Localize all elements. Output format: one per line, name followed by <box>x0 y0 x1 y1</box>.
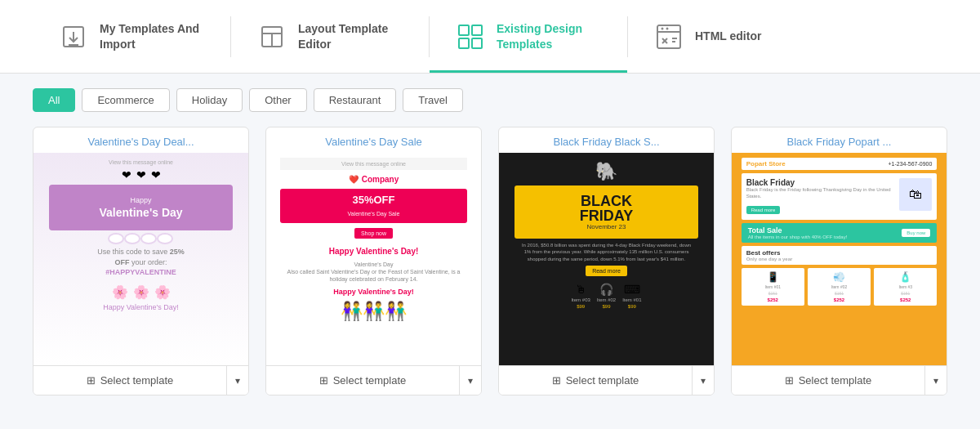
val1-banner-title: Valentine's Day <box>56 206 225 219</box>
val2-footer: Happy Valentine's Day! <box>333 288 414 296</box>
heart-icon-1: ❤ <box>122 168 131 181</box>
bf1-product-headphone: 🎧 Item #02 $99 <box>597 283 616 309</box>
val1-bottom-hearts: 🌸 🌸 🌸 <box>112 284 171 300</box>
val2-day-desc: Valentine's Day Also called Saint Valent… <box>282 261 465 283</box>
svg-rect-9 <box>472 38 482 48</box>
bf1-yellow-bg: BLACKFRIDAY November 23 <box>514 185 697 239</box>
preview-blackfriday1: 🐘 BLACKFRIDAY November 23 In 2016, $50.8… <box>499 153 714 365</box>
bf2-p3-price: $252 <box>900 297 911 302</box>
heart-icon-3: ❤ <box>151 168 161 181</box>
spray-icon: 🧴 <box>899 271 911 283</box>
select-template-label-1: Select template <box>333 374 407 387</box>
bf2-p2-old: $151 <box>835 291 844 296</box>
nav-item-existing-templates[interactable]: Existing Design Templates <box>430 0 627 73</box>
select-template-btn-3[interactable]: ⊞ Select template <box>732 366 925 395</box>
preview-valentine1: View this message online ❤ ❤ ❤ Happy Val… <box>33 153 248 365</box>
chevron-down-icon-3: ▾ <box>933 375 938 387</box>
bf2-product-2: 💨 Item #02 $151 $252 <box>808 268 871 306</box>
filter-holiday[interactable]: Holiday <box>176 88 243 112</box>
bf2-p3-name: Item #3 <box>898 284 912 289</box>
bf2-sale-title: Total Sale <box>748 226 848 235</box>
bf2-content-title: Black Friday <box>746 178 895 187</box>
select-dropdown-btn-1[interactable]: ▾ <box>460 366 481 395</box>
nav-item-my-templates[interactable]: My Templates And Import <box>33 0 230 73</box>
preview-blackfriday2: Popart Store +1-234-567-0900 Black Frida… <box>732 153 947 365</box>
html-icon <box>653 20 685 53</box>
select-template-btn-0[interactable]: ⊞ Select template <box>33 366 227 395</box>
bf2-store-name: Popart Store <box>746 160 786 168</box>
bf1-description: In 2016, $50.8 billion was spent during … <box>518 242 695 262</box>
chevron-down-icon-2: ▾ <box>701 375 706 387</box>
bf2-p3-old: $151 <box>901 291 910 296</box>
bf2-content: Black Friday Black Friday is the Friday … <box>742 173 938 220</box>
val2-shop-btn: Shop now <box>354 228 393 239</box>
bf2-phone: +1-234-567-0900 <box>888 161 932 167</box>
filter-travel[interactable]: Travel <box>403 88 463 112</box>
template-card-3: Black Friday Popart ... Popart Store +1-… <box>731 127 947 395</box>
template-preview-2: 🐘 BLACKFRIDAY November 23 In 2016, $50.8… <box>499 153 714 365</box>
bf2-p2-name: Item #02 <box>831 284 847 289</box>
nav-item-layout-editor[interactable]: Layout Template Editor <box>231 0 429 73</box>
bf2-buy-btn: Buy now <box>902 229 930 237</box>
bf1-product-price-1: $99 <box>577 304 585 309</box>
template-title-1: Valentine's Day Sale <box>266 127 481 153</box>
template-title-0: Valentine's Day Deal... <box>33 127 248 153</box>
template-card-0: Valentine's Day Deal... View this messag… <box>33 127 249 395</box>
val1-cloud-row <box>49 234 232 244</box>
select-btn-container-1: ⊞ Select template ▾ <box>266 365 481 395</box>
filter-ecommerce[interactable]: Ecommerce <box>82 88 169 112</box>
val1-discount-text: Use this code to save 25% OFF your order… <box>97 247 185 278</box>
val2-happy: Happy Valentine's Day! <box>329 247 419 256</box>
filter-bar: All Ecommerce Holiday Other Restaurant T… <box>0 74 980 127</box>
bottom-heart-3: 🌸 <box>154 284 171 300</box>
filter-all[interactable]: All <box>33 88 75 112</box>
select-template-label-3: Select template <box>799 374 872 387</box>
bf1-product-keyboard: ⌨ Item #01 $99 <box>622 283 641 309</box>
template-grid: Valentine's Day Deal... View this messag… <box>0 127 980 412</box>
filter-other[interactable]: Other <box>249 88 307 112</box>
template-title-2: Black Friday Black S... <box>499 127 714 153</box>
add-square-icon-0: ⊞ <box>87 374 96 387</box>
design-icon <box>454 20 487 53</box>
layout-icon <box>256 20 288 53</box>
select-dropdown-btn-2[interactable]: ▾ <box>693 366 714 395</box>
bf1-product-price-3: $99 <box>628 304 636 309</box>
select-dropdown-btn-3[interactable]: ▾ <box>925 366 947 395</box>
select-template-label-2: Select template <box>566 374 639 387</box>
headphone-icon: 🎧 <box>599 283 613 296</box>
val2-offer: 35%OFFValentine's Day Sale <box>280 189 468 223</box>
nav-label-my-templates: My Templates And Import <box>100 21 206 51</box>
bf2-content-desc: Black Friday is the Friday following Tha… <box>746 187 895 200</box>
bf1-read-btn: Read more <box>586 266 627 276</box>
heart-icon-2: ❤ <box>136 168 146 181</box>
bf2-sale-text: Total Sale All the items in our shop wit… <box>748 226 848 239</box>
bottom-heart-1: 🌸 <box>112 284 128 300</box>
val2-company: ❤️ Company <box>349 175 399 184</box>
bf2-text-block: Black Friday Black Friday is the Friday … <box>746 178 895 215</box>
select-btn-container-3: ⊞ Select template ▾ <box>732 365 947 395</box>
bf2-product-1: 📱 Item #01 $151 $252 <box>742 268 804 306</box>
bf1-main-title: BLACKFRIDAY <box>519 194 693 223</box>
bf1-product-price-2: $99 <box>602 304 610 309</box>
select-template-btn-1[interactable]: ⊞ Select template <box>266 366 460 395</box>
select-dropdown-btn-0[interactable]: ▾ <box>227 366 248 395</box>
nav-item-html-editor[interactable]: HTML editor <box>628 0 786 73</box>
keyboard-icon: ⌨ <box>624 283 640 296</box>
filter-restaurant[interactable]: Restaurant <box>314 88 397 112</box>
select-template-btn-2[interactable]: ⊞ Select template <box>499 366 693 395</box>
val1-banner: Happy Valentine's Day <box>49 185 232 230</box>
template-preview-3: Popart Store +1-234-567-0900 Black Frida… <box>732 153 947 365</box>
template-card-2: Black Friday Black S... 🐘 BLACKFRIDAY No… <box>498 127 715 395</box>
import-icon <box>57 20 90 53</box>
bf2-products: 📱 Item #01 $151 $252 💨 Item #02 $151 $25… <box>742 268 938 306</box>
bf2-sale-sub: All the items in our shop with 40% OFF t… <box>748 235 848 239</box>
val1-footer: Happy Valentine's Day! <box>103 303 179 311</box>
val1-hearts-top: ❤ ❤ ❤ <box>122 168 161 181</box>
val2-offer-subtitle: Valentine's Day Sale <box>348 211 400 217</box>
chevron-down-icon-0: ▾ <box>235 375 240 387</box>
template-preview-1: View this message online ❤️ Company 35%O… <box>266 153 481 365</box>
dryer-icon: 💨 <box>833 271 845 283</box>
cloud-4 <box>158 235 172 243</box>
svg-rect-7 <box>472 25 482 35</box>
template-title-3: Black Friday Popart ... <box>732 127 947 153</box>
